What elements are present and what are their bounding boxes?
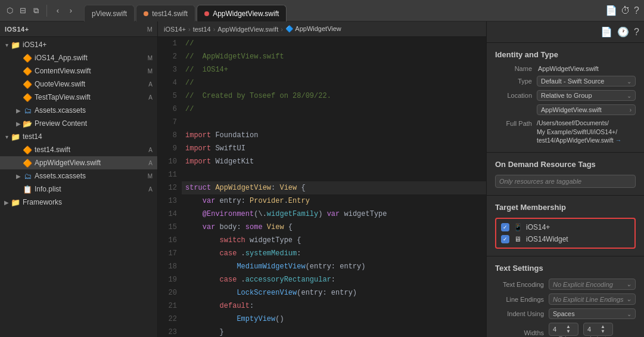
name-value: AppWidgetView.swift [537,65,636,72]
sidebar-item-assets1[interactable]: ▶ 🗂 Assets.xcassets [0,104,157,117]
swift-icon: 🔶 [23,79,32,89]
name-row: Name AppWidgetView.swift [495,65,636,72]
sidebar-item-label: iOS14_App.swift [35,54,88,62]
tab-width-input[interactable]: 4 ▲ ▼ [549,323,578,336]
stepper-down-icon[interactable]: ▼ [601,329,609,334]
membership-item-ios14plus: ✓ 📱 iOS14+ [501,222,630,232]
folder-icon: 📂 [23,119,32,128]
tab-appwidgetview[interactable]: AppWidgetView.swift [197,5,287,21]
tab-test14[interactable]: test14.swift [136,5,195,21]
sidebar-item-contentview[interactable]: 🔶 ContentView.swift M [0,64,157,78]
sidebar-item-label: Frameworks [23,198,62,206]
indent-dropdown[interactable]: Spaces ⌄ [549,308,636,319]
sidebar-item-label: test14.swift [35,146,70,154]
sidebar-item-ios14plus-group[interactable]: ▾ 📁 iOS14+ [0,38,157,51]
indent-width-input[interactable]: 4 ▲ ▼ [583,323,613,336]
tab-pview[interactable]: pView.swift [84,5,135,21]
ios14plus-target-icon: 📱 [513,222,522,232]
location-text: Relative to Group [541,92,592,99]
toolbar-separator [46,5,47,17]
line-numbers: 12345 678910 1112131415 1617181920 21222… [158,37,182,337]
tile-icon[interactable]: ⧉ [31,6,41,16]
membership-checkbox-ios14plus[interactable]: ✓ [501,223,509,231]
text-settings-title: Text Settings [495,264,636,273]
line-endings-dropdown[interactable]: No Explicit Line Endings ⌄ [549,293,636,305]
membership-label-ios14widget: iOS14Widget [526,235,568,243]
identity-type-title: Identity and Type [495,50,636,59]
location-sub-text: AppWidgetView.swift [541,106,602,113]
sidebar-item-label: ContentView.swift [35,67,91,75]
arrow-icon: ▶ [14,173,23,180]
on-demand-title: On Demand Resource Tags [495,160,636,169]
type-row: Type Default - Swift Source ⌄ [495,76,636,86]
fullpath-row: Full Path /Users/toseef/Documents/My Exa… [495,119,636,145]
sidebar-item-label: Preview Content [35,119,87,128]
sidebar-item-frameworks[interactable]: ▶ 📁 Frameworks [0,196,157,209]
badge-a: A [148,147,157,153]
target-membership-title: Target Membership [495,203,636,212]
code-lines[interactable]: // // AppWidgetView.swift // iOS14+ // /… [182,37,486,337]
location-sub-row: AppWidgetView.swift › [495,104,636,115]
badge-m: M [148,55,157,61]
sidebar-item-label: Info.plist [35,185,61,193]
code-content[interactable]: 12345 678910 1112131415 1617181920 21222… [158,37,486,337]
swift-icon: 🔶 [23,92,32,102]
stepper-down-icon[interactable]: ▼ [566,329,574,334]
indent-text: Spaces [553,310,575,317]
forward-icon[interactable]: › [66,6,76,16]
right-panel-topbar: 📄 🕐 ? [487,21,644,43]
sidebar-item-test14-group[interactable]: ▾ 📁 test14 [0,130,157,143]
sidebar-item-label: Assets.xcassets [35,172,86,180]
back-icon[interactable]: ‹ [53,6,63,16]
tab-appwidgetview-dot [204,11,209,16]
sidebar-item-appwidgetview[interactable]: 🔶 AppWidgetView.swift A [0,156,157,169]
toolbar: ⬡ ⊟ ⧉ ‹ › pView.swift test14.swift AppWi… [0,0,644,21]
indent-row: Indent Using Spaces ⌄ [495,308,636,319]
chevron-down-icon: ⌄ [627,92,631,99]
badge-a: A [148,94,157,101]
history-icon[interactable]: ⏱ [621,5,630,16]
tab-width-stepper[interactable]: ▲ ▼ [566,324,574,334]
help-icon[interactable]: ? [634,5,639,16]
chevron-icon: › [630,107,631,113]
tab-pview-label: pView.swift [92,10,127,18]
encoding-dropdown[interactable]: No Explicit Encoding ⌄ [549,279,636,290]
indent-width-stepper[interactable]: ▲ ▼ [601,324,609,334]
membership-checkbox-ios14widget[interactable]: ✓ [501,235,509,243]
location-sub-value[interactable]: AppWidgetView.swift › [537,104,636,115]
help-icon[interactable]: ? [634,27,639,38]
text-settings-section: Text Settings Text Encoding No Explicit … [487,256,644,337]
sidebar-item-test14swift[interactable]: 🔶 test14.swift A [0,143,157,156]
sidebar-item-preview-content[interactable]: ▶ 📂 Preview Content [0,117,157,130]
sidebar-item-quoteview[interactable]: 🔶 QuoteView.swift A [0,78,157,91]
breadcrumb-test14: test14 [193,26,211,33]
badge-a: A [148,160,157,166]
breadcrumb-file: AppWidgetView.swift [217,26,278,33]
minimize-icon[interactable]: ⊟ [18,6,27,16]
inspector-icon[interactable]: 📄 [605,5,617,16]
chevron-down-icon: ⌄ [626,295,631,303]
swift-icon: 🔶 [23,53,32,63]
badge-m: M [148,173,157,180]
sidebar-item-assets2[interactable]: ▶ 🗂 Assets.xcassets M [0,169,157,183]
sidebar-item-testtapview[interactable]: 🔶 TestTapView.swift A [0,91,157,104]
clock-icon[interactable]: 🕐 [617,26,629,38]
fullpath-value: /Users/toseef/Documents/My Example/Swift… [537,119,636,145]
close-icon[interactable]: ⬡ [5,6,14,16]
file-inspector-icon[interactable]: 📄 [601,26,612,38]
tab-appwidgetview-label: AppWidgetView.swift [213,10,279,18]
tags-input[interactable]: Only resources are taggable [495,175,636,188]
type-value[interactable]: Default - Swift Source ⌄ [537,76,636,86]
tab-test14-label: test14.swift [152,10,188,18]
membership-list: ✓ 📱 iOS14+ ✓ 🖥 iOS14Widget [501,222,630,244]
sidebar-header: iOS14+ M [0,21,157,37]
sidebar-item-infoplist[interactable]: 📋 Info.plist A [0,183,157,196]
identity-type-section: Identity and Type Name AppWidgetView.swi… [487,43,644,153]
line-endings-text: No Explicit Line Endings [553,296,624,303]
arrow-icon: ▾ [2,134,11,140]
sidebar-item-ios14app[interactable]: 🔶 iOS14_App.swift M [0,51,157,64]
tab-test14-dot [144,11,148,16]
location-value[interactable]: Relative to Group ⌄ [537,90,636,101]
breadcrumb: iOS14+ › test14 › AppWidgetView.swift › … [158,21,486,37]
breadcrumb-sep1: › [188,26,191,33]
